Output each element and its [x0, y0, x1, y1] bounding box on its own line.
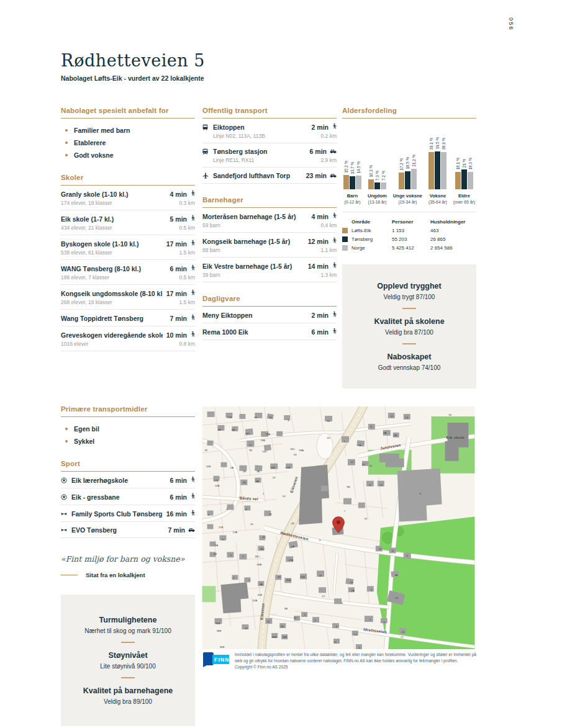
rating-score: Godt vennskap 74/100 — [352, 364, 466, 371]
page-number: 056 — [508, 17, 515, 31]
svg-text:46A: 46A — [257, 563, 262, 566]
poi-distance: 0.8 km — [179, 341, 195, 347]
poi-detail: Linje RE11, RX11 — [213, 157, 254, 163]
walk-icon — [190, 510, 195, 518]
poi-name: Wang Toppidrett Tønsberg — [61, 315, 166, 322]
chart-bar — [455, 172, 461, 189]
resident-quote: «Fint miljø for barn og voksne» — [61, 554, 195, 564]
walk-icon — [332, 123, 337, 131]
poi-detail: Linje N02, 113A, 113B — [213, 133, 265, 139]
section-heading-dagligvare: Dagligvare — [202, 295, 337, 307]
bullet-label: Sykkel — [74, 438, 94, 445]
table-row: Family Sports Club Tønsberg 16 min — [61, 505, 195, 522]
finn-logo-text: FINN — [214, 657, 229, 663]
svg-text:39A: 39A — [271, 636, 276, 639]
quote-dash — [61, 575, 78, 575]
section-heading-transportmidler: Primære transportmidler — [61, 405, 195, 417]
svg-text:46C: 46C — [255, 555, 260, 558]
poi-detail: 434 elever, 21 klasser — [61, 225, 112, 231]
svg-text:10: 10 — [395, 596, 398, 600]
section-barnehager: Barnehager Morteråsen barnehage (1-5 år)… — [202, 196, 337, 282]
table-row: Sandefjord lufthavn Torp 23 min — [202, 168, 337, 184]
travel-time: 4 min — [170, 191, 187, 198]
poi-distance: 1.5 km — [179, 249, 195, 256]
svg-text:19: 19 — [362, 463, 365, 466]
barnehager-list: Morteråsen barnehage (1-5 år) 4 min 59 b… — [202, 208, 337, 282]
svg-text:42A: 42A — [253, 599, 258, 602]
svg-text:9A: 9A — [232, 428, 235, 431]
chart-bar — [399, 173, 404, 189]
legend-header-row: Område Personer Husholdninger — [342, 217, 476, 226]
rating-item: Støynivået Lite støynivå 90/100 — [71, 642, 185, 670]
age-distribution-chart: 15.2 %13.7 %14.5 %Barn(0-12 år)10.3 %7.3… — [342, 119, 476, 204]
poi-name: Eik Vestre barnehage (1-5 år) — [202, 263, 304, 270]
travel-time: 6 min — [170, 265, 187, 272]
svg-text:5A: 5A — [215, 544, 218, 547]
svg-text:26: 26 — [269, 416, 272, 419]
svg-text:14: 14 — [405, 416, 408, 419]
table-row: Tønsberg stasjon 6 min Linje RE11, RX11 … — [202, 143, 337, 168]
poi-distance: 0.2 km — [320, 133, 337, 139]
svg-text:36B: 36B — [220, 645, 225, 649]
table-row: Kongseik ungdomsskole (8-10 kl... 17 min… — [61, 285, 195, 310]
table-row: WANG Tønsberg (8-10 kl.) 6 min 188 eleve… — [61, 260, 195, 285]
poi-name: Sandefjord lufthavn Torp — [213, 172, 302, 179]
transportmidler-list: Egen bilSykkel — [61, 417, 195, 447]
legend-row: Tønsberg 55 203 26 865 — [342, 235, 476, 243]
svg-text:5A: 5A — [358, 444, 361, 447]
legend-area-name: Norge — [351, 245, 365, 251]
rating-score: Veldig bra 89/100 — [71, 698, 185, 705]
train-icon — [202, 148, 213, 155]
travel-time: 5 min — [170, 215, 187, 223]
travel-time: 23 min — [306, 172, 327, 179]
poi-detail: 88 barn — [202, 247, 220, 253]
section-transport: Offentlig transport Eiktoppen 2 min Linj… — [202, 107, 337, 184]
svg-text:13: 13 — [378, 547, 381, 550]
poi-distance: 0.5 km — [179, 274, 195, 281]
car-icon — [330, 148, 337, 155]
section-heading-aldersfordeling: Aldersfordeling — [342, 107, 476, 119]
svg-text:18: 18 — [204, 449, 207, 452]
bullet-label: Etablerere — [74, 139, 106, 146]
svg-text:24: 24 — [269, 513, 272, 516]
svg-text:14: 14 — [254, 416, 257, 419]
poi-name: Morteråsen barnehage (1-5 år) — [202, 213, 308, 220]
rating-title: Kvalitet på barnehagene — [71, 686, 185, 695]
svg-text:3A: 3A — [256, 480, 259, 483]
travel-time: 12 min — [308, 238, 329, 245]
poi-distance: 0.4 km — [320, 222, 337, 228]
page-title: Rødhetteveien 5 — [61, 51, 205, 70]
legend-row: Norge 5 425 412 2 654 586 — [342, 243, 476, 252]
legend-swatch — [342, 236, 348, 242]
svg-text:52: 52 — [273, 476, 276, 479]
svg-text:10: 10 — [250, 523, 253, 526]
svg-text:25: 25 — [351, 461, 354, 464]
section-heading-transport: Offentlig transport — [202, 107, 337, 119]
svg-text:11: 11 — [369, 483, 372, 487]
svg-text:21: 21 — [401, 636, 404, 639]
svg-text:9B: 9B — [347, 485, 350, 488]
travel-time: 2 min — [312, 312, 329, 319]
page-header: Rødhetteveien 5 Nabolaget Løfts-Eik - vu… — [61, 51, 205, 82]
soccer-icon — [61, 494, 71, 500]
svg-text:46D: 46D — [260, 547, 265, 550]
dagligvare-list: Meny Eiktoppen 2 min Rema 1000 Eik 6 min — [202, 307, 337, 340]
svg-text:58C: 58C — [290, 447, 295, 451]
disclaimer-text: Innholdet i nabolagsprofilen er hentet f… — [235, 652, 476, 663]
svg-text:15: 15 — [369, 464, 372, 467]
section-heading-skoler: Skoler — [61, 174, 195, 186]
rating-item: Kvalitet på skolene Veldig bra 87/100 — [352, 308, 466, 336]
svg-text:9B: 9B — [218, 428, 221, 431]
svg-text:42B: 42B — [258, 593, 263, 596]
poi-name: Tønsberg stasjon — [213, 148, 306, 155]
list-item: Egen bil — [61, 423, 195, 435]
walk-icon — [190, 264, 195, 272]
svg-text:12A: 12A — [233, 531, 238, 534]
bullet-label: Familier med barn — [74, 127, 130, 134]
column-recommended-schools: Nabolaget spesielt anbefalt for Familier… — [61, 107, 195, 364]
poi-detail: 538 elever, 61 klasser — [61, 249, 112, 256]
poi-name: Eiktoppen — [213, 124, 308, 131]
table-row: Eiktoppen 2 min Linje N02, 113A, 113B 0.… — [202, 119, 337, 143]
recommended-list: Familier med barnEtablerereGodt voksne — [61, 119, 195, 161]
travel-time: 6 min — [310, 148, 327, 155]
